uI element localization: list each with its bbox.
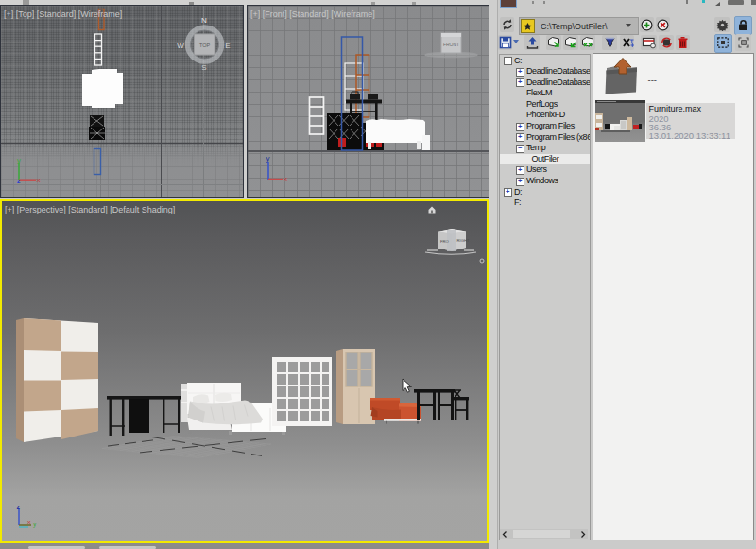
svg-text:z: z bbox=[17, 178, 21, 184]
svg-text:x: x bbox=[37, 176, 41, 184]
svg-text:y: y bbox=[33, 521, 37, 528]
svg-text:y: y bbox=[17, 156, 21, 164]
svg-text:z: z bbox=[17, 504, 21, 510]
svg-text:FRO: FRO bbox=[440, 239, 450, 244]
svg-text:FRONT: FRONT bbox=[443, 42, 459, 47]
svg-text:x: x bbox=[284, 175, 287, 183]
svg-text:y: y bbox=[266, 154, 270, 163]
svg-text:x: x bbox=[27, 519, 31, 525]
svg-text:RIGHT: RIGHT bbox=[457, 238, 470, 243]
